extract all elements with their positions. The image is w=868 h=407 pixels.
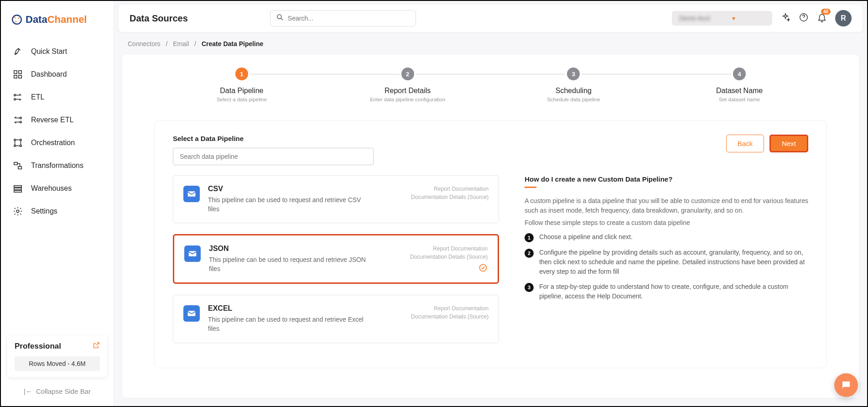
help-steps: 1Choose a pipeline and click next. 2Conf…: [525, 232, 808, 301]
doc-details-link[interactable]: Documentation Details (Source): [411, 194, 489, 200]
step-1[interactable]: 1 Data Pipeline Select a data pipeline: [159, 68, 325, 102]
collapse-label: Collapse Side Bar: [36, 387, 91, 395]
nav-label: Settings: [31, 207, 57, 215]
nav-transformations[interactable]: Transformations: [1, 154, 114, 177]
account-dropdown[interactable]: Demo Acct ▾: [672, 11, 772, 26]
svg-rect-20: [14, 191, 22, 193]
svg-point-1: [14, 17, 16, 18]
step-2[interactable]: 2 Report Details Enter data pipeline con…: [325, 68, 491, 102]
inner-card: Select a Data Pipeline Back Next: [154, 120, 827, 368]
pipeline-item-excel[interactable]: EXCEL This pipeline can be used to reque…: [173, 295, 499, 343]
pipeline-item-json[interactable]: JSON This pipeline can be used to reques…: [173, 234, 499, 284]
pipeline-name: CSV: [208, 185, 403, 193]
mail-icon: [183, 305, 200, 322]
report-doc-link[interactable]: Report Documentation: [433, 245, 488, 252]
nav-quick-start[interactable]: Quick Start: [1, 40, 114, 63]
topbar: Data Sources Demo Acct ▾ 40 R: [119, 5, 863, 32]
help-intro-2: Follow these simple steps to create a cu…: [525, 218, 808, 228]
collapse-sidebar[interactable]: |← Collapse Side Bar: [7, 383, 107, 400]
nav-label: Warehouses: [31, 184, 72, 193]
breadcrumb-connectors[interactable]: Connectors: [128, 40, 161, 47]
step-3[interactable]: 3 Scheduling Schedule data pipeline: [491, 68, 657, 102]
nav-label: Quick Start: [31, 47, 67, 56]
breadcrumb-email[interactable]: Email: [173, 40, 189, 47]
help-icon[interactable]: [799, 12, 809, 24]
sidebar: DataChannel Quick Start Dashboard ETL Re…: [1, 1, 114, 406]
sparkle-icon[interactable]: [780, 12, 790, 24]
pipeline-name: EXCEL: [208, 304, 403, 313]
nav-dashboard[interactable]: Dashboard: [1, 63, 114, 86]
svg-rect-4: [14, 71, 17, 73]
nav-reverse-etl[interactable]: Reverse ETL: [1, 109, 114, 131]
svg-point-8: [14, 94, 16, 96]
gear-icon: [13, 206, 23, 216]
svg-point-15: [20, 145, 22, 147]
select-pipeline-label: Select a Data Pipeline: [173, 135, 374, 142]
help-underline: [525, 187, 536, 188]
pipeline-desc: This pipeline can be used to request and…: [208, 315, 368, 333]
external-link-icon: [93, 342, 100, 351]
plan-card[interactable]: Professional Rows Moved - 4.6M: [7, 335, 107, 377]
nav-label: ETL: [31, 93, 44, 101]
svg-rect-19: [14, 188, 22, 190]
nav-etl[interactable]: ETL: [1, 86, 114, 109]
check-icon: [478, 263, 488, 274]
svg-point-13: [20, 139, 22, 141]
back-button[interactable]: Back: [726, 135, 764, 152]
search-input[interactable]: [288, 15, 410, 22]
report-doc-link[interactable]: Report Documentation: [434, 305, 489, 312]
content-card: 1 Data Pipeline Select a data pipeline 2…: [122, 55, 859, 398]
step-4[interactable]: 4 Dataset Name Set dataset name: [656, 68, 822, 102]
search-icon: [276, 13, 284, 23]
pipeline-desc: This pipeline can be used to request and…: [209, 256, 369, 273]
doc-details-link[interactable]: Documentation Details (Source): [410, 254, 488, 260]
nav-orchestration[interactable]: Orchestration: [1, 131, 114, 154]
help-intro-1: A custom pipeline is a data pipeline tha…: [525, 196, 808, 215]
pipeline-item-csv[interactable]: CSV This pipeline can be used to request…: [173, 175, 499, 223]
main: Data Sources Demo Acct ▾ 40 R: [114, 1, 867, 406]
svg-point-10: [20, 117, 22, 119]
help-title: How do I create a new Custom Data Pipeli…: [525, 175, 808, 183]
svg-point-22: [277, 15, 281, 19]
etl-icon: [13, 92, 23, 102]
svg-point-21: [16, 210, 19, 213]
nav-label: Orchestration: [31, 139, 75, 147]
doc-details-link[interactable]: Documentation Details (Source): [411, 313, 489, 320]
account-label: Demo Acct: [679, 15, 710, 22]
logo[interactable]: DataChannel: [1, 1, 114, 36]
chevron-down-icon: ▾: [732, 15, 735, 22]
breadcrumb: Connectors / Email / Create Data Pipelin…: [114, 32, 867, 53]
chat-fab[interactable]: [834, 373, 858, 397]
svg-rect-18: [14, 186, 22, 188]
svg-rect-5: [19, 71, 21, 73]
bell-icon[interactable]: 40: [817, 12, 827, 24]
svg-rect-16: [14, 162, 17, 165]
pipeline-docs: Report Documentation Documentation Detai…: [411, 185, 489, 214]
pipeline-desc: This pipeline can be used to request and…: [208, 196, 368, 214]
avatar[interactable]: R: [835, 10, 852, 26]
page-title: Data Sources: [130, 13, 188, 24]
transform-icon: [13, 161, 23, 171]
nav-label: Reverse ETL: [31, 116, 73, 124]
nav: Quick Start Dashboard ETL Reverse ETL Or…: [1, 36, 114, 329]
help-panel: How do I create a new Custom Data Pipeli…: [525, 175, 808, 354]
rows-moved-chip: Rows Moved - 4.6M: [15, 356, 100, 371]
svg-point-3: [15, 21, 16, 22]
nav-label: Transformations: [31, 162, 83, 170]
plan-title: Professional: [15, 342, 61, 351]
svg-point-0: [12, 15, 21, 24]
notification-badge: 40: [821, 9, 831, 15]
pipeline-search-input[interactable]: [173, 148, 374, 165]
orchestration-icon: [13, 138, 23, 148]
report-doc-link[interactable]: Report Documentation: [434, 186, 489, 192]
nav-warehouses[interactable]: Warehouses: [1, 177, 114, 200]
global-search[interactable]: [270, 10, 416, 26]
nav-settings[interactable]: Settings: [1, 200, 114, 223]
svg-point-11: [20, 121, 22, 123]
next-button[interactable]: Next: [769, 135, 808, 152]
pipeline-docs: Report Documentation Documentation Detai…: [411, 304, 489, 333]
nav-label: Dashboard: [31, 70, 67, 78]
rocket-icon: [13, 47, 23, 57]
grid-icon: [13, 69, 23, 79]
svg-rect-6: [14, 75, 17, 78]
